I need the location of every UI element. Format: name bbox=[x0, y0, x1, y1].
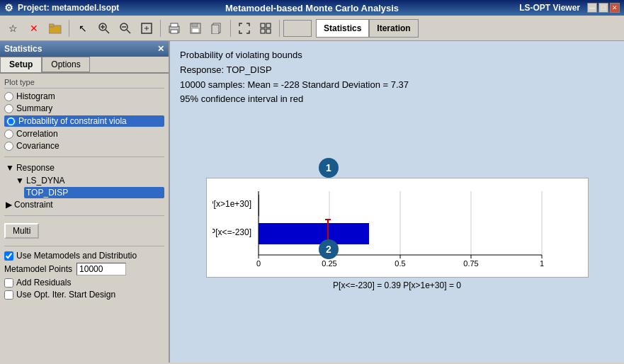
project-label: Project: metamodel.lsopt bbox=[18, 3, 119, 13]
chart-svg: P[x>1e+30] P[x<=-230] bbox=[212, 184, 567, 269]
statistics-tab-button[interactable]: Statistics bbox=[316, 19, 369, 38]
maximize-button[interactable]: □ bbox=[599, 3, 608, 13]
svg-line-3 bbox=[106, 30, 109, 33]
tree-lsdyna[interactable]: ▼ LS_DYNA bbox=[14, 174, 164, 187]
svg-rect-13 bbox=[171, 23, 178, 27]
use-opt-iter-row: Use Opt. Iter. Start Design bbox=[4, 290, 164, 300]
title-bar: ⚙ Project: metamodel.lsopt Metamodel-bas… bbox=[0, 0, 624, 16]
add-residuals-label: Add Residuals bbox=[16, 278, 71, 288]
svg-rect-20 bbox=[261, 23, 265, 28]
plot-type-label: Plot type bbox=[4, 78, 164, 89]
use-opt-iter-checkbox[interactable] bbox=[4, 290, 13, 300]
chart-confidence: 95% confidence interval in red bbox=[180, 92, 614, 107]
svg-rect-19 bbox=[212, 25, 219, 34]
close-red-button[interactable]: ✕ bbox=[24, 18, 44, 38]
iteration-tab-button[interactable]: Iteration bbox=[369, 19, 418, 38]
chart-response: Response: TOP_DISP bbox=[180, 63, 614, 78]
tree-lsdyna-expand-icon: ▼ bbox=[16, 176, 24, 186]
app-title: Metamodel-based Monte Carlo Analysis bbox=[225, 3, 399, 13]
separator-2 bbox=[160, 20, 161, 37]
divider-2 bbox=[4, 215, 164, 216]
minimize-button[interactable]: — bbox=[587, 3, 597, 13]
zoom-out-button[interactable] bbox=[115, 18, 135, 38]
metamodel-points-input[interactable] bbox=[76, 263, 126, 275]
separator-1 bbox=[69, 20, 69, 37]
divider-3 bbox=[4, 246, 164, 246]
tree-constraint[interactable]: ▶ Constraint bbox=[4, 198, 164, 211]
save-button[interactable] bbox=[186, 18, 205, 38]
tree-response[interactable]: ▼ Response bbox=[4, 161, 164, 174]
annotation-bubble-1: 1 bbox=[319, 158, 339, 178]
use-metamodels-row: Use Metamodels and Distributio bbox=[4, 251, 164, 261]
panel-title-bar: Statistics ✕ bbox=[0, 41, 169, 57]
svg-text:0.5: 0.5 bbox=[395, 259, 405, 268]
y-label-1: P[x>1e+30] bbox=[212, 199, 251, 209]
radio-prob-constraint[interactable]: Probability of constraint viola bbox=[4, 115, 164, 127]
chart-area: P[x>1e+30] P[x<=-230] bbox=[180, 113, 614, 356]
app-icon: ⚙ bbox=[4, 2, 13, 13]
panel-title: Statistics bbox=[4, 44, 42, 54]
radio-summary[interactable]: Summary bbox=[4, 103, 164, 113]
svg-rect-21 bbox=[266, 23, 271, 28]
tree-container: ▼ Response ▼ LS_DYNA TOP_DISP ▶ bbox=[4, 161, 164, 211]
print-button[interactable] bbox=[164, 18, 184, 38]
add-residuals-checkbox[interactable] bbox=[4, 278, 13, 288]
svg-rect-16 bbox=[192, 23, 198, 27]
window-controls[interactable]: — □ ✕ bbox=[587, 3, 620, 13]
svg-text:0: 0 bbox=[256, 259, 260, 268]
separator-4 bbox=[279, 20, 280, 37]
chart-info: Probability of violating bounds Response… bbox=[180, 48, 614, 107]
tree-constraint-expand-icon: ▶ bbox=[6, 200, 12, 210]
tree-top-disp[interactable]: TOP_DISP bbox=[24, 187, 164, 198]
svg-rect-23 bbox=[266, 29, 271, 33]
cursor-button[interactable]: ↖ bbox=[73, 18, 93, 38]
close-button[interactable]: ✕ bbox=[610, 3, 620, 13]
chart-result-labels: P[x<=-230] = 0.39 P[x>1e+30] = 0 bbox=[206, 280, 589, 290]
svg-rect-17 bbox=[192, 28, 199, 33]
folder-button[interactable] bbox=[45, 18, 65, 38]
radio-histogram[interactable]: Histogram bbox=[4, 91, 164, 101]
svg-rect-14 bbox=[171, 30, 178, 33]
add-residuals-row: Add Residuals bbox=[4, 278, 164, 288]
radio-covariance[interactable]: Covariance bbox=[4, 141, 164, 151]
multi-button[interactable]: Multi bbox=[4, 223, 39, 239]
annotation-bubble-2: 2 bbox=[319, 239, 339, 259]
fit-button[interactable] bbox=[234, 18, 254, 38]
svg-text:0.25: 0.25 bbox=[322, 259, 336, 268]
use-metamodels-checkbox[interactable] bbox=[4, 251, 13, 261]
separator-3 bbox=[230, 20, 231, 37]
right-content: Probability of violating bounds Response… bbox=[170, 41, 624, 363]
panel-tabs: Setup Options bbox=[0, 57, 169, 74]
tree-lsdyna-row: ▼ LS_DYNA TOP_DISP bbox=[4, 174, 164, 198]
app-name-label: LS-OPT Viewer bbox=[519, 3, 580, 13]
svg-line-7 bbox=[127, 30, 130, 33]
main-layout: Statistics ✕ Setup Options Plot type His… bbox=[0, 41, 624, 363]
zoom-rect-button[interactable] bbox=[137, 18, 157, 38]
chart-samples: 10000 samples: Mean = -228 Standard Devi… bbox=[180, 78, 614, 93]
svg-text:1: 1 bbox=[539, 259, 543, 268]
toolbar: ☆ ✕ ↖ Statistics Iteration bbox=[0, 16, 624, 41]
svg-rect-22 bbox=[261, 29, 265, 33]
y-label-2: P[x<=-230] bbox=[212, 227, 251, 237]
svg-text:0.75: 0.75 bbox=[463, 259, 478, 268]
grid-button[interactable] bbox=[256, 18, 276, 38]
use-opt-iter-label: Use Opt. Iter. Start Design bbox=[16, 290, 115, 300]
tab-setup[interactable]: Setup bbox=[0, 57, 42, 72]
plot-type-group: Histogram Summary Probability of constra… bbox=[4, 91, 164, 151]
copy-button[interactable] bbox=[207, 18, 227, 38]
zoom-in-button[interactable] bbox=[94, 18, 114, 38]
chart-title: Probability of violating bounds bbox=[180, 48, 614, 63]
panel-close-icon[interactable]: ✕ bbox=[157, 44, 164, 54]
tree-expand-icon: ▼ bbox=[6, 163, 14, 173]
svg-rect-1 bbox=[49, 24, 54, 27]
bar-1 bbox=[259, 195, 259, 216]
use-metamodels-label: Use Metamodels and Distributio bbox=[16, 251, 137, 261]
metamodel-points-label: Metamodel Points bbox=[4, 264, 72, 274]
title-bar-left: ⚙ Project: metamodel.lsopt bbox=[4, 2, 119, 13]
left-panel: Statistics ✕ Setup Options Plot type His… bbox=[0, 41, 170, 363]
radio-correlation[interactable]: Correlation bbox=[4, 129, 164, 139]
star-button[interactable]: ☆ bbox=[3, 18, 23, 38]
tab-options[interactable]: Options bbox=[42, 57, 89, 72]
metamodel-points-row: Metamodel Points bbox=[4, 263, 164, 275]
bar-2 bbox=[259, 223, 369, 244]
